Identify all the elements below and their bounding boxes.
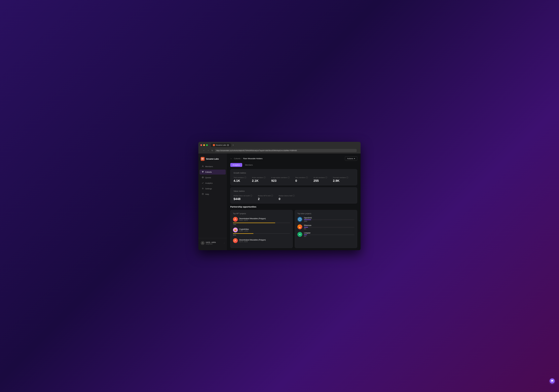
metric-total-members-value: 4.1K [233, 179, 246, 183]
dot-maximize[interactable] [206, 144, 208, 146]
tab-members[interactable]: Members [243, 163, 255, 167]
actions-button[interactable]: Actions ▾ [345, 156, 357, 161]
partnership-title: Partnership opportunities [230, 205, 357, 208]
chat-bubble-btn[interactable] [550, 378, 555, 383]
tab-favicon [213, 144, 215, 146]
sidebar-item-quests[interactable]: Quests [199, 175, 226, 180]
sidebar-item-members-label: Members [205, 165, 213, 168]
new-tab-btn[interactable]: + [232, 144, 234, 146]
breadcrumb-cohorts-link[interactable]: Cohorts [234, 158, 241, 160]
partnership-grid: Top NFT projects [230, 210, 357, 248]
token-item-1: 🔥 Ethermon 8% [298, 224, 354, 230]
nft-progress-container-1 [233, 233, 290, 234]
metric-nfts-held-label: Median NFTs held i [258, 195, 273, 196]
tab-bar: Sesame Labs × + [211, 143, 234, 147]
token-bar-2 [304, 234, 307, 235]
svg-point-9 [203, 177, 203, 178]
growth-metrics-card: Growth metrics Total members i 4.1K Acti… [230, 169, 357, 185]
sidebar-item-settings[interactable]: Settings [199, 186, 226, 191]
token-name-1: Ethermon [304, 224, 354, 226]
svg-point-5 [202, 171, 203, 172]
token-projects-card: Top token projects OpenDAO [295, 210, 357, 248]
svg-rect-1 [203, 158, 204, 159]
help-icon [202, 193, 204, 196]
metric-tokens-held-value: 0 [279, 197, 295, 201]
metric-atrisk-members-value: 255 [314, 179, 327, 183]
metric-nfts-held-value: 2 [258, 197, 273, 201]
reload-btn[interactable]: ↻ [211, 149, 214, 152]
metric-dormant-members-label: Dormant members i [333, 177, 348, 178]
info-icon-nfts: i [271, 195, 273, 196]
analytics-icon [202, 182, 204, 184]
dot-close[interactable] [200, 144, 202, 146]
nft-project-avatar-2 [233, 238, 238, 243]
nft-progress-container-0 [233, 223, 290, 223]
token-item-0: OpenDAO 14% [298, 217, 354, 222]
tabs-row: Analytics Members [230, 163, 357, 167]
user-profile-item[interactable]: 0xB35...b880b AndyReed › [199, 240, 226, 246]
metric-atrisk-members: At risk members i 255 [314, 177, 327, 183]
nft-project-info-0: Decentraland Wearables (Polygon) 0xf6d..… [239, 218, 290, 221]
token-info-0: OpenDAO 14% [304, 217, 354, 222]
value-metrics-row: Median token net worth i $448 Median NFT… [233, 195, 354, 201]
token-avatar-2 [298, 232, 302, 237]
svg-point-6 [203, 171, 204, 172]
tab-title: Sesame Labs [216, 144, 226, 146]
token-pct-2: 6% [304, 235, 354, 237]
svg-point-13 [202, 242, 203, 243]
nft-progress-pct-1: 36% [233, 234, 290, 236]
sidebar-item-help-label: Help [205, 193, 209, 195]
token-info-1: Ethermon 8% [304, 224, 354, 230]
back-nav-btn[interactable]: ← [202, 149, 205, 152]
sidebar: Sesame Labs Members [198, 153, 227, 250]
tab-analytics[interactable]: Analytics [230, 163, 242, 167]
info-icon-total: i [244, 177, 246, 178]
metric-tokens-held-label: Median tokens held i [279, 195, 295, 196]
token-bar-0 [304, 219, 311, 220]
active-tab[interactable]: Sesame Labs × [211, 143, 231, 147]
token-card-title: Top token projects [298, 213, 354, 215]
back-button[interactable]: ← [230, 158, 232, 160]
forward-nav-btn[interactable]: → [207, 149, 210, 152]
nft-project-addr-0: 0xf6d...20375 [239, 220, 290, 221]
browser-body: Sesame Labs Members [198, 153, 361, 250]
metric-new-members-value: 0 [295, 179, 308, 183]
sidebar-item-analytics[interactable]: Analytics [199, 181, 226, 186]
dot-minimize[interactable] [203, 144, 205, 146]
token-name-0: OpenDAO [304, 217, 354, 219]
nft-project-header-2: Decentraland Wearables (Polygon) 0xc73..… [233, 238, 290, 243]
info-icon-dormant: i [346, 177, 348, 178]
nft-project-header-0: Decentraland Wearables (Polygon) 0xf6d..… [233, 217, 290, 222]
sidebar-item-help[interactable]: Help [199, 192, 226, 197]
value-metrics-card: Value metrics Median token net worth i $… [230, 187, 357, 204]
logo-text: Sesame Labs [206, 158, 219, 160]
user-info: 0xB35...b880b AndyReed [206, 241, 223, 245]
svg-rect-3 [203, 159, 204, 160]
sidebar-item-analytics-label: Analytics [205, 182, 213, 184]
nft-project-item-1: 🐱 CryptoKitties 0x060...a266d 36% [233, 228, 290, 236]
token-info-2: Livepeer 6% [304, 232, 354, 237]
token-avatar-1: 🔥 [298, 224, 302, 229]
metric-new-members-label: New members i [295, 177, 308, 178]
metric-total-members-label: Total members i [233, 177, 246, 178]
url-input[interactable] [215, 149, 357, 152]
token-item-2: Livepeer 6% [298, 232, 354, 237]
info-icon-active: i [264, 177, 266, 178]
token-bar-1 [304, 227, 308, 228]
browser-chrome: Sesame Labs × + ← → ↻ [198, 142, 361, 153]
info-icon-new: i [306, 177, 308, 178]
tab-close-btn[interactable]: × [227, 144, 229, 146]
user-address: 0xB35...b880b [206, 241, 223, 243]
growth-metrics-row: Total members i 4.1K Active members i 2.… [233, 177, 354, 183]
metric-dormant-members: Dormant members i 2.9K [333, 177, 348, 183]
token-bar-container-2 [304, 234, 354, 235]
svg-point-7 [203, 172, 203, 173]
nft-progress-bar-1 [233, 233, 253, 234]
token-avatar-0 [298, 217, 302, 222]
nft-card-title: Top NFT projects [233, 213, 290, 215]
sidebar-item-cohorts[interactable]: Cohorts [199, 169, 226, 175]
metric-tokens-held: Median tokens held i 0 [279, 195, 295, 201]
sidebar-item-members[interactable]: Members [199, 164, 226, 169]
breadcrumb: ← Cohorts / Rare Wearable Holders [230, 158, 262, 160]
svg-point-10 [203, 188, 203, 189]
